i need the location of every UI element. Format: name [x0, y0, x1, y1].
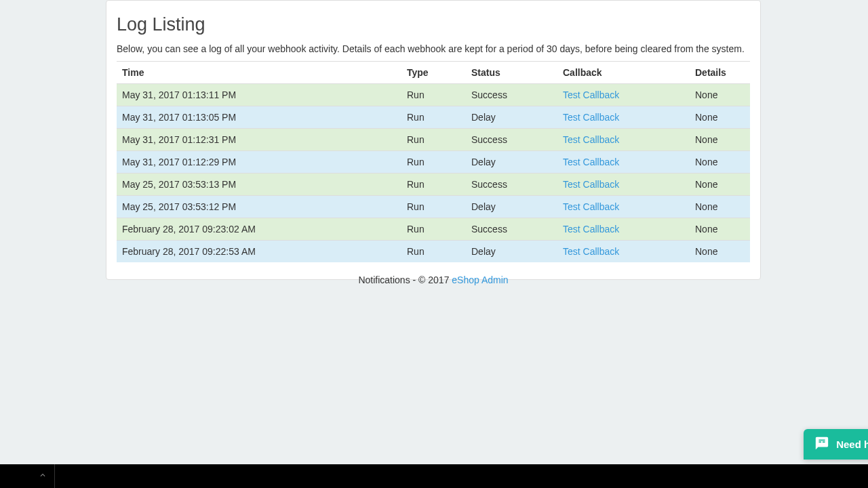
table-row: May 25, 2017 03:53:13 PMRunSuccessTest C… — [117, 174, 750, 196]
cell-time: February 28, 2017 09:22:53 AM — [117, 241, 401, 263]
header-details: Details — [690, 62, 750, 84]
cell-status: Success — [466, 129, 557, 151]
footer-link[interactable]: eShop Admin — [452, 274, 508, 285]
cell-type: Run — [401, 84, 466, 106]
header-callback: Callback — [557, 62, 690, 84]
footer-text: Notifications - © 2017 — [358, 274, 452, 285]
cell-callback: Test Callback — [557, 129, 690, 151]
callback-link[interactable]: Test Callback — [563, 201, 619, 212]
cell-time: May 31, 2017 01:13:05 PM — [117, 106, 401, 129]
log-listing-panel: Log Listing Below, you can see a log of … — [106, 0, 761, 280]
callback-link[interactable]: Test Callback — [563, 157, 619, 167]
cell-type: Run — [401, 241, 466, 263]
help-widget[interactable]: Need help? — [804, 429, 868, 460]
cell-status: Success — [466, 84, 557, 106]
log-table: Time Type Status Callback Details May 31… — [117, 61, 750, 262]
cell-time: February 28, 2017 09:23:02 AM — [117, 218, 401, 241]
cell-status: Delay — [466, 196, 557, 218]
cell-type: Run — [401, 151, 466, 174]
cell-callback: Test Callback — [557, 241, 690, 263]
page-description: Below, you can see a log of all your web… — [117, 43, 750, 54]
header-type: Type — [401, 62, 466, 84]
cell-type: Run — [401, 174, 466, 196]
callback-link[interactable]: Test Callback — [563, 246, 619, 257]
chevron-up-icon — [38, 470, 47, 482]
cell-type: Run — [401, 129, 466, 151]
cell-time: May 31, 2017 01:13:11 PM — [117, 84, 401, 106]
cell-details: None — [690, 218, 750, 241]
cell-callback: Test Callback — [557, 84, 690, 106]
table-row: May 25, 2017 03:53:12 PMRunDelayTest Cal… — [117, 196, 750, 218]
cell-details: None — [690, 84, 750, 106]
scroll-top-button[interactable] — [31, 464, 55, 488]
cell-status: Success — [466, 218, 557, 241]
table-header-row: Time Type Status Callback Details — [117, 62, 750, 84]
table-row: May 31, 2017 01:13:05 PMRunDelayTest Cal… — [117, 106, 750, 129]
cell-time: May 25, 2017 03:53:13 PM — [117, 174, 401, 196]
cell-details: None — [690, 196, 750, 218]
callback-link[interactable]: Test Callback — [563, 112, 619, 123]
callback-link[interactable]: Test Callback — [563, 179, 619, 190]
cell-time: May 31, 2017 01:12:29 PM — [117, 151, 401, 174]
cell-callback: Test Callback — [557, 106, 690, 129]
table-row: February 28, 2017 09:22:53 AMRunDelayTes… — [117, 241, 750, 263]
page-title: Log Listing — [117, 14, 750, 35]
help-label: Need help? — [836, 439, 868, 450]
cell-status: Delay — [466, 106, 557, 129]
cell-status: Success — [466, 174, 557, 196]
cell-status: Delay — [466, 241, 557, 263]
header-time: Time — [117, 62, 401, 84]
cell-type: Run — [401, 106, 466, 129]
cell-type: Run — [401, 196, 466, 218]
callback-link[interactable]: Test Callback — [563, 224, 619, 235]
cell-time: May 25, 2017 03:53:12 PM — [117, 196, 401, 218]
cell-callback: Test Callback — [557, 174, 690, 196]
bottom-bar — [0, 464, 868, 488]
cell-type: Run — [401, 218, 466, 241]
table-row: May 31, 2017 01:12:29 PMRunDelayTest Cal… — [117, 151, 750, 174]
chat-icon — [814, 436, 829, 453]
cell-details: None — [690, 106, 750, 129]
cell-time: May 31, 2017 01:12:31 PM — [117, 129, 401, 151]
cell-details: None — [690, 174, 750, 196]
cell-details: None — [690, 151, 750, 174]
header-status: Status — [466, 62, 557, 84]
cell-details: None — [690, 241, 750, 263]
table-row: May 31, 2017 01:12:31 PMRunSuccessTest C… — [117, 129, 750, 151]
cell-callback: Test Callback — [557, 218, 690, 241]
cell-details: None — [690, 129, 750, 151]
cell-callback: Test Callback — [557, 196, 690, 218]
table-row: February 28, 2017 09:23:02 AMRunSuccessT… — [117, 218, 750, 241]
table-row: May 31, 2017 01:13:11 PMRunSuccessTest C… — [117, 84, 750, 106]
footer: Notifications - © 2017 eShop Admin — [106, 274, 761, 285]
callback-link[interactable]: Test Callback — [563, 89, 619, 100]
cell-status: Delay — [466, 151, 557, 174]
cell-callback: Test Callback — [557, 151, 690, 174]
callback-link[interactable]: Test Callback — [563, 134, 619, 145]
